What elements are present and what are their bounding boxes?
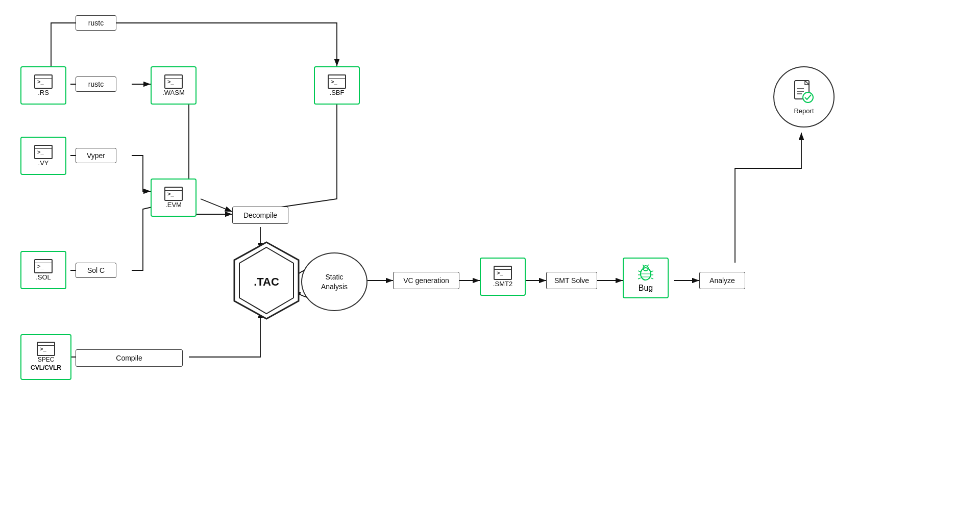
tac-hexagon: .TAC: [230, 240, 304, 321]
spec-icon: >_: [37, 342, 55, 356]
bug-icon: [636, 264, 655, 282]
sbf-node: >_ .SBF: [314, 66, 360, 105]
sol-icon: >_: [34, 259, 53, 273]
spec-node: >_ SPECCVL/CVLR: [20, 334, 71, 380]
svg-line-19: [647, 265, 649, 266]
smt2-icon: >_: [494, 266, 512, 280]
bug-label: Bug: [639, 284, 653, 293]
wasm-icon: >_: [164, 74, 183, 89]
report-label: Report: [794, 107, 814, 115]
sbf-icon: >_: [328, 74, 346, 89]
evm-node: >_ .EVM: [151, 178, 197, 217]
vc-gen-box: VC generation: [393, 272, 459, 289]
report-doc-icon: [793, 80, 815, 105]
vy-icon: >_: [34, 145, 53, 159]
evm-label: .EVM: [165, 201, 182, 209]
svg-line-24: [638, 278, 641, 279]
evm-icon: >_: [164, 187, 183, 201]
wasm-node: >_ .WASM: [151, 66, 197, 105]
svg-line-18: [643, 265, 644, 266]
sbf-label: .SBF: [330, 89, 345, 96]
spec-label: SPECCVL/CVLR: [31, 356, 61, 372]
decompile-box: Decompile: [232, 207, 288, 224]
rustc-mid-box: rustc: [76, 76, 116, 92]
svg-line-21: [651, 271, 653, 272]
solc-box: Sol C: [76, 263, 116, 278]
compile-box: Compile: [76, 349, 183, 367]
analyze-box: Analyze: [699, 272, 745, 289]
svg-line-20: [638, 271, 641, 272]
report-circle: Report: [773, 66, 835, 128]
vy-label: .VY: [38, 159, 49, 167]
vy-node: >_ .VY: [20, 137, 66, 175]
sol-node: >_ .SOL: [20, 251, 66, 289]
rs-icon: >_: [34, 74, 53, 89]
rs-label: .RS: [38, 89, 49, 96]
svg-line-5: [201, 199, 232, 212]
rustc-top-box: rustc: [76, 15, 116, 31]
static-analysis-label: StaticAnalysis: [321, 272, 348, 291]
smt2-node: >_ .SMT2: [480, 258, 526, 296]
sol-label: .SOL: [36, 273, 51, 281]
vyper-box: Vyper: [76, 148, 116, 163]
smt2-label: .SMT2: [493, 280, 512, 288]
svg-text:.TAC: .TAC: [254, 275, 279, 288]
static-analysis-oval: StaticAnalysis: [301, 252, 368, 311]
rs-node: >_ .RS: [20, 66, 66, 105]
svg-line-25: [651, 278, 653, 279]
smt-solve-box: SMT Solve: [546, 272, 597, 289]
wasm-label: .WASM: [162, 89, 185, 96]
svg-point-29: [803, 92, 813, 103]
bug-node: Bug: [623, 258, 669, 298]
